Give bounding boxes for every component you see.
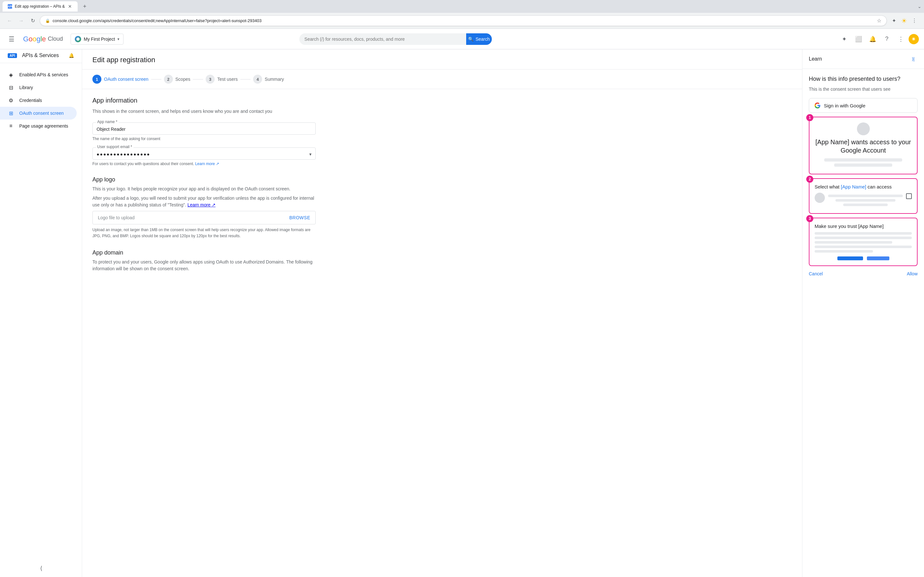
content-area: Edit app registration 1 OAuth consent sc… [82,49,802,577]
browser-expand-button[interactable]: ⌄ [918,4,921,9]
browse-button[interactable]: BROWSE [289,215,310,220]
content-header: Edit app registration [82,49,802,69]
learn-content: How is this info presented to users? Thi… [803,69,924,283]
google-cloud-logo[interactable]: Google Cloud [23,35,63,43]
app-info-title: App information [92,97,316,104]
bookmark-icon[interactable]: ☆ [877,18,881,24]
email-learn-more-link[interactable]: Learn more ↗ [195,161,219,166]
help-button[interactable]: ? [880,33,893,45]
sidebar-item-label: Page usage agreements [19,123,68,129]
browser-chrome: API Edit app registration – APIs & ✕ + ⌄ [0,0,924,13]
address-bar-actions: ✦ ☀ ⋮ [889,16,919,25]
consent-card-1: 1 [App Name] wants access to your Google… [809,117,918,174]
sidebar-header-text: APIs & Services [22,53,59,58]
consent-trust-bars [814,232,912,253]
allow-link[interactable]: Allow [907,271,918,276]
project-selector[interactable]: My First Project ▾ [71,34,124,45]
upload-placeholder: Logo file to upload [98,215,134,220]
sidebar-item-enabled-apis[interactable]: ◈ Enabled APIs & services [0,68,77,81]
sidebar-item-library[interactable]: ⊟ Library [0,81,77,94]
credentials-icon: ⚙ [8,97,14,103]
search-input[interactable] [299,33,492,45]
consent-cancel-btn[interactable] [867,256,889,260]
trust-bar-2 [814,237,912,239]
settings-button[interactable]: ⋮ [895,33,907,45]
google-logo-text: Google [23,35,46,43]
consent-trust-buttons [814,256,912,260]
project-icon [75,36,81,42]
step-1[interactable]: 1 OAuth consent screen [92,75,149,84]
email-dropdown-icon[interactable]: ▾ [309,152,312,157]
oauth-icon: ⊞ [8,110,14,116]
google-signin-text: Sign in with Google [824,103,865,108]
search-bar: 🔍 Search [299,33,492,45]
header-actions: ✦ ⬜ 🔔 ? ⋮ ☀ [838,33,919,45]
tab-favicon: API [8,4,12,9]
consent-avatar [857,122,870,135]
url-bar[interactable]: 🔒 console.cloud.google.com/apis/credenti… [40,15,887,26]
trust-bar-1 [814,232,912,235]
email-select-wrapper: ▾ [97,152,312,157]
search-label: Search [475,37,489,42]
sidebar-item-label: Enabled APIs & services [19,72,68,77]
consent-placeholder-bar-2 [834,163,893,167]
google-g-icon [814,102,821,109]
sidebar-bell-icon[interactable]: 🔔 [69,53,74,58]
step-4-circle: 4 [253,75,262,84]
sidebar-item-label: Library [19,85,33,90]
consent-allow-btn[interactable] [837,256,863,260]
step-3[interactable]: 3 Test users [206,75,238,84]
step-2[interactable]: 2 Scopes [164,75,191,84]
search-icon: 🔍 [468,37,473,42]
app-name-input[interactable] [97,127,312,132]
step-2-label: Scopes [176,77,191,82]
search-button[interactable]: 🔍 Search [466,33,492,45]
sidebar-bottom: ⟨ [0,565,82,572]
reload-button[interactable]: ↻ [28,16,37,25]
profile-icon[interactable]: ☀ [900,16,909,25]
email-input[interactable] [97,152,309,157]
app-name-container: App name [92,122,316,135]
step-connector-1 [151,79,162,79]
app-domain-desc: To protect you and your users, Google on… [92,259,316,272]
browser-tab[interactable]: API Edit app registration – APIs & ✕ [3,1,78,11]
sidebar-collapse-button[interactable]: ⟨ [40,565,42,572]
user-avatar[interactable]: ☀ [909,34,919,44]
menu-icon[interactable]: ⋮ [910,16,919,25]
app-logo-title: App logo [92,176,316,183]
trust-bar-4 [814,245,912,248]
tab-close-button[interactable]: ✕ [67,4,73,9]
email-container: User support email ▾ [92,147,316,160]
consent-app-name-text: [App Name] wants access to your Google A… [814,138,912,155]
main-layout: API APIs & Services 🔔 ◈ Enabled APIs & s… [0,49,924,577]
logo-learn-more-link[interactable]: Learn more ↗ [187,202,215,207]
consent-card-2-label: Select what [App Name] can access [814,184,912,189]
forward-button[interactable]: → [17,16,26,25]
back-button[interactable]: ← [5,16,14,25]
extension-icon[interactable]: ✦ [889,16,898,25]
sidebar-item-page-usage[interactable]: ≡ Page usage agreements [0,119,77,132]
notifications-button[interactable]: 🔔 [866,33,879,45]
page-title: Edit app registration [92,56,792,64]
new-tab-button[interactable]: + [80,2,89,11]
sidebar-nav: ◈ Enabled APIs & services ⊟ Library ⚙ Cr… [0,66,82,135]
step-4[interactable]: 4 Summary [253,75,284,84]
consent-checkbox[interactable] [906,193,912,199]
url-text: console.cloud.google.com/apis/credential… [53,18,262,23]
consent-card-2: 2 Select what [App Name] can access [809,178,918,214]
step-1-label: OAuth consent screen [104,77,149,82]
hamburger-menu[interactable]: ☰ [5,33,18,45]
email-field: User support email ▾ For users to contac… [92,147,316,166]
cloud-shell-button[interactable]: ⬜ [852,33,865,45]
sidebar-item-credentials[interactable]: ⚙ Credentials [0,94,77,107]
consent-card-1-number: 1 [806,114,813,121]
sidebar-item-oauth[interactable]: ⊞ OAuth consent screen [0,107,77,119]
enabled-apis-icon: ◈ [8,71,14,78]
gemini-icon-button[interactable]: ✦ [838,33,851,45]
app-domain-title: App domain [92,250,316,256]
consent-card-3-label: Make sure you trust [App Name] [814,223,912,229]
cancel-link[interactable]: Cancel [809,271,823,276]
project-name: My First Project [84,37,115,42]
step-2-circle: 2 [164,75,173,84]
learn-collapse-button[interactable]: ⟩| [909,55,918,63]
